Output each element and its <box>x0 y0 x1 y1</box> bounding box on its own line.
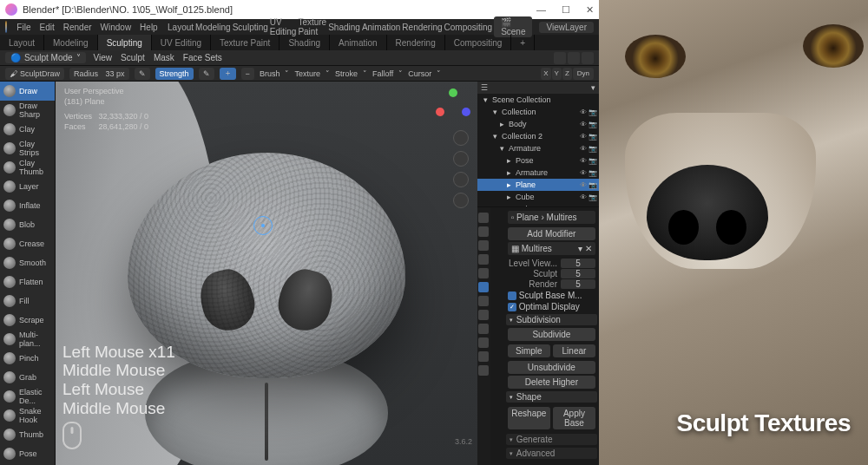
move-gizmo-icon[interactable] <box>453 151 469 167</box>
level-render-field[interactable]: 5 <box>561 279 595 289</box>
tab-rendering[interactable]: Rendering <box>402 23 442 32</box>
section-generate[interactable]: Generate <box>506 434 597 445</box>
direction-add-icon[interactable]: ＋ <box>220 68 236 80</box>
cursor-menu[interactable]: Cursor <box>408 69 431 78</box>
linear-button[interactable]: Linear <box>553 344 595 357</box>
tab-layout[interactable]: Layout <box>168 23 194 32</box>
tool-multi-plan---[interactable]: Multi-plan... <box>0 330 55 349</box>
axis-x[interactable]: X <box>541 68 550 80</box>
prop-tab-scene-icon[interactable] <box>478 240 489 251</box>
tool-layer[interactable]: Layer <box>0 177 55 196</box>
outliner-item[interactable]: ▾Collection👁📷 <box>477 106 599 118</box>
axis-y[interactable]: Y <box>552 68 562 80</box>
render-icon[interactable]: 📷 <box>589 169 597 177</box>
outliner-item[interactable]: ▾Collection 2👁📷 <box>477 130 599 142</box>
workspace-tab-layout[interactable]: Layout <box>0 35 44 50</box>
prop-tab-output-icon[interactable] <box>478 226 489 237</box>
workspace-tab-sculpting[interactable]: Sculpting <box>98 35 152 50</box>
tool-pose[interactable]: Pose <box>0 444 55 463</box>
prop-tab-world-icon[interactable] <box>478 254 489 265</box>
prop-tab-material-icon[interactable] <box>478 351 489 362</box>
tab-uv-editing[interactable]: UV Editing <box>270 17 297 36</box>
menu-window[interactable]: Window <box>96 23 136 32</box>
reshape-button[interactable]: Reshape <box>508 407 550 429</box>
tool-smooth[interactable]: Smooth <box>0 253 55 272</box>
persp-gizmo-icon[interactable] <box>453 193 469 208</box>
visibility-icon[interactable]: 👁 <box>580 169 587 177</box>
tool-snake-hook[interactable]: Snake Hook <box>0 406 55 425</box>
filter-icon[interactable]: ▾ <box>591 83 595 92</box>
render-icon[interactable]: 📷 <box>589 133 597 141</box>
prop-tab-physics-icon[interactable] <box>478 310 489 320</box>
delete-higher-button[interactable]: Delete Higher <box>508 376 595 389</box>
visibility-icon[interactable]: 👁 <box>580 157 587 165</box>
outliner-filter-icon[interactable]: ☰ <box>481 83 488 92</box>
viewlayer-selector[interactable]: ViewLayer <box>539 22 594 33</box>
tab-compositing[interactable]: Compositing <box>444 23 493 32</box>
add-modifier-button[interactable]: Add Modifier <box>508 227 595 240</box>
unsubdivide-button[interactable]: Unsubdivide <box>508 361 595 374</box>
camera-gizmo-icon[interactable] <box>453 172 469 187</box>
visibility-icon[interactable]: 👁 <box>580 145 587 153</box>
outliner-item[interactable]: ▸Armature👁📷 <box>477 167 599 179</box>
visibility-icon[interactable]: 👁 <box>580 108 587 116</box>
mode-dropdown[interactable]: 🔵 Sculpt Mode ˅ <box>5 52 86 63</box>
window-close[interactable]: ✕ <box>586 4 594 16</box>
prop-tab-data-icon[interactable] <box>478 337 489 348</box>
sculpt-menu-face-sets[interactable]: Face Sets <box>179 53 227 62</box>
visibility-icon[interactable]: 👁 <box>580 121 587 128</box>
dyntopo-toggle[interactable]: Dyn <box>573 68 594 80</box>
section-shape[interactable]: Shape <box>506 391 597 403</box>
window-minimize[interactable]: — <box>536 4 546 16</box>
overlay-toggle-icon[interactable] <box>568 52 580 64</box>
texture-menu[interactable]: Texture <box>294 69 320 78</box>
workspace-add-button[interactable]: + <box>511 35 535 50</box>
blender-logo-icon[interactable] <box>5 21 7 33</box>
level-sculpt-field[interactable]: 5 <box>561 269 595 278</box>
tool-pinch[interactable]: Pinch <box>0 349 55 368</box>
direction-sub-icon[interactable]: − <box>241 68 254 80</box>
tool-elastic-de---[interactable]: Elastic De... <box>0 387 55 406</box>
outliner-item[interactable]: ▸Pose👁📷 <box>477 154 599 167</box>
radius-field[interactable]: Radius 33 px <box>69 68 129 80</box>
sculpt-menu-mask[interactable]: Mask <box>149 53 179 62</box>
visibility-icon[interactable]: 👁 <box>580 181 587 189</box>
visibility-icon[interactable]: 👁 <box>580 193 587 201</box>
sculpt-base-checkbox[interactable] <box>508 291 516 300</box>
menu-edit[interactable]: Edit <box>35 23 58 32</box>
simple-button[interactable]: Simple <box>508 344 550 357</box>
overlay-toggle-icon[interactable] <box>554 52 566 64</box>
tool-crease[interactable]: Crease <box>0 234 55 253</box>
tool-clay-strips[interactable]: Clay Strips <box>0 139 55 158</box>
falloff-menu[interactable]: Falloff <box>372 69 393 78</box>
section-advanced[interactable]: Advanced <box>506 448 597 459</box>
workspace-tab-texture-paint[interactable]: Texture Paint <box>211 35 279 50</box>
sculpt-menu-view[interactable]: View <box>89 53 117 62</box>
tool-blob[interactable]: Blob <box>0 215 55 234</box>
prop-tab-constraint-icon[interactable] <box>478 324 489 334</box>
tool-clay[interactable]: Clay <box>0 120 55 139</box>
tool-scrape[interactable]: Scrape <box>0 311 55 330</box>
tool-draw-sharp[interactable]: Draw Sharp <box>0 101 55 120</box>
tool-grab[interactable]: Grab <box>0 368 55 387</box>
section-subdivision[interactable]: Subdivision <box>506 314 597 325</box>
properties-breadcrumb[interactable]: ▫ Plane › Multires <box>508 211 595 224</box>
render-icon[interactable]: 📷 <box>589 108 597 116</box>
workspace-tab-shading[interactable]: Shading <box>279 35 330 50</box>
workspace-tab-uv-editing[interactable]: UV Editing <box>152 35 211 50</box>
subdivide-button[interactable]: Subdivide <box>508 328 595 341</box>
tool-clay-thumb[interactable]: Clay Thumb <box>0 158 55 177</box>
outliner-item[interactable]: ▸Cube👁📷 <box>477 191 599 203</box>
tab-texture-paint[interactable]: Texture Paint <box>298 17 326 36</box>
prop-tab-modifier-icon[interactable] <box>478 282 489 292</box>
outliner-item[interactable]: ▸Body👁📷 <box>477 118 599 130</box>
render-icon[interactable]: 📷 <box>589 181 597 189</box>
tab-shading[interactable]: Shading <box>328 23 360 32</box>
workspace-tab-compositing[interactable]: Compositing <box>445 35 512 50</box>
stroke-menu[interactable]: Stroke <box>335 69 358 78</box>
strength-field[interactable]: Strength <box>155 68 194 80</box>
nav-gizmo[interactable] <box>436 88 470 123</box>
strength-pen-icon[interactable]: ✎ <box>199 68 214 80</box>
menu-render[interactable]: Render <box>59 23 96 32</box>
axis-z[interactable]: Z <box>562 68 572 80</box>
